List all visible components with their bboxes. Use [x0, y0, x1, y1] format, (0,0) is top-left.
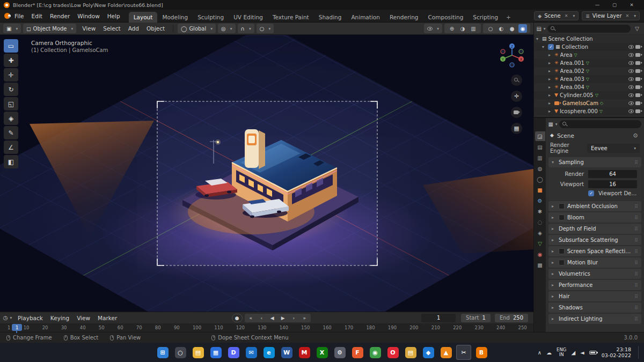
transport-button[interactable]: «: [246, 314, 256, 322]
menu-item[interactable]: File: [11, 12, 28, 20]
object-visibility-select[interactable]: [424, 24, 442, 33]
timeline-menu-item[interactable]: View: [73, 314, 94, 322]
shading-rendered-button[interactable]: ◉: [518, 24, 527, 33]
taskbar-app-icon[interactable]: ✂: [456, 345, 471, 360]
network-icon[interactable]: ◢: [571, 350, 575, 356]
move-tool[interactable]: ✛: [4, 68, 18, 82]
properties-tab[interactable]: ◉: [535, 249, 545, 259]
battery-icon[interactable]: [589, 351, 597, 354]
menu-item[interactable]: Render: [46, 12, 74, 20]
remove-view-layer-icon[interactable]: ✕: [626, 13, 630, 18]
outliner-row-area-004[interactable]: ✳ Area.004 ▽: [534, 83, 644, 91]
shading-wireframe-button[interactable]: ○: [486, 24, 495, 33]
eye-icon[interactable]: [628, 77, 634, 81]
outliner-row-collection[interactable]: ▦ Collection: [534, 43, 644, 51]
transform-tool[interactable]: ◈: [4, 112, 18, 125]
tab-shading[interactable]: Shading: [314, 12, 347, 23]
mode-select[interactable]: ◻ Object Mode: [23, 24, 76, 33]
outliner-search-input[interactable]: [547, 25, 631, 33]
outliner-row-area-001[interactable]: ✳ Area.001 ▽: [534, 59, 644, 67]
performance-section-header[interactable]: Performance: [548, 280, 641, 290]
render-engine-select[interactable]: Eevee: [587, 144, 640, 153]
render-visibility-icon[interactable]: [635, 61, 640, 65]
render-visibility-icon[interactable]: [635, 45, 640, 49]
transport-button[interactable]: ◀: [267, 314, 277, 322]
show-desktop-button[interactable]: [638, 346, 640, 359]
drag-grip-icon[interactable]: [634, 316, 638, 322]
cursor-tool[interactable]: ✚: [4, 54, 18, 67]
scale-tool[interactable]: ◱: [4, 97, 18, 110]
view-layer-selector[interactable]: ≣ View Layer ✕: [582, 11, 640, 20]
taskbar-app-icon[interactable]: ▦: [208, 345, 223, 360]
properties-tab[interactable]: ◲: [535, 131, 545, 141]
outliner-row-area-003[interactable]: ✳ Area.003 ▽: [534, 75, 644, 83]
timeline-ruler[interactable]: 1102030405060708090100110120130140150160…: [0, 323, 533, 332]
indirect-lighting-section-header[interactable]: Indirect Lighting: [548, 314, 641, 324]
render-samples-field[interactable]: 64: [588, 170, 637, 178]
tab-modeling[interactable]: Modeling: [157, 12, 193, 23]
render-visibility-icon[interactable]: [635, 101, 640, 105]
taskbar-app-icon[interactable]: ◉: [368, 345, 383, 360]
depth-of-field-section-header[interactable]: Depth of Field: [548, 224, 641, 234]
expand-icon[interactable]: [548, 77, 553, 82]
render-visibility-icon[interactable]: [635, 85, 640, 89]
viewport-menu-item[interactable]: Select: [99, 24, 124, 33]
perspective-toggle-icon[interactable]: ▦: [511, 123, 522, 134]
tab-compositing[interactable]: Compositing: [423, 12, 469, 23]
eye-icon[interactable]: [628, 101, 634, 105]
expand-icon[interactable]: [542, 45, 546, 49]
outliner-row-icosphere-000[interactable]: ▼ Icosphere.000 ▽: [534, 107, 644, 115]
taskbar-app-icon[interactable]: ▤: [191, 345, 206, 360]
outliner-display-mode-select[interactable]: ▤: [537, 24, 545, 33]
expand-icon[interactable]: [548, 53, 553, 57]
eye-icon[interactable]: [628, 69, 634, 73]
expand-icon[interactable]: [548, 85, 553, 90]
eye-icon[interactable]: [628, 109, 634, 113]
viewport-menu-item[interactable]: Object: [143, 24, 169, 33]
outliner-row-icosphere-002[interactable]: ▼ Icosphere.002 ▽: [534, 115, 644, 117]
tab-animation[interactable]: Animation: [346, 12, 385, 23]
pan-hand-icon[interactable]: ✛: [511, 91, 522, 102]
measure-tool[interactable]: ∠: [4, 141, 18, 154]
properties-tab[interactable]: ◍: [535, 164, 545, 173]
rotate-tool[interactable]: ↻: [4, 83, 18, 96]
zoom-icon[interactable]: [511, 75, 522, 86]
properties-tab[interactable]: ◌: [535, 217, 545, 227]
drag-grip-icon[interactable]: [634, 215, 638, 220]
drag-grip-icon[interactable]: [634, 260, 638, 265]
viewport-denoising-checkbox[interactable]: [588, 190, 594, 196]
drag-grip-icon[interactable]: [634, 159, 638, 165]
outliner-row-cylinder-005[interactable]: ▼ Cylinder.005 ▽: [534, 91, 644, 99]
taskbar-app-icon[interactable]: B: [474, 345, 489, 360]
viewport-menu-item[interactable]: View: [78, 24, 99, 33]
filter-icon[interactable]: ▽: [633, 24, 641, 33]
transport-button[interactable]: ▶: [278, 314, 288, 322]
properties-tab[interactable]: ◈: [535, 228, 545, 238]
shadows-section-header[interactable]: Shadows: [548, 302, 641, 313]
expand-icon[interactable]: [548, 93, 553, 98]
start-frame-field[interactable]: Start 1: [461, 314, 491, 322]
expand-icon[interactable]: [536, 36, 540, 41]
add-workspace-button[interactable]: +: [503, 12, 514, 23]
properties-search-input[interactable]: [559, 120, 641, 128]
blender-menu-icon[interactable]: [4, 13, 10, 19]
render-visibility-icon[interactable]: [635, 93, 640, 97]
tab-scripting[interactable]: Scripting: [468, 12, 503, 23]
gizmo-toggle[interactable]: ⊕: [448, 24, 456, 33]
outliner-row-area[interactable]: ✳ Area ▽: [534, 51, 644, 59]
render-visibility-icon[interactable]: [635, 53, 640, 57]
taskbar-app-icon[interactable]: D: [226, 345, 241, 360]
end-frame-field[interactable]: End 250: [495, 314, 528, 322]
tab-sculpting[interactable]: Sculpting: [193, 12, 229, 23]
timeline-menu-item[interactable]: Keying: [47, 314, 73, 322]
add-cube-tool[interactable]: ◧: [4, 155, 18, 168]
properties-tab[interactable]: ▥: [535, 153, 545, 162]
eye-icon[interactable]: [628, 45, 634, 49]
screen-space-reflections-checkbox[interactable]: [559, 248, 565, 254]
properties-tab[interactable]: ⚙: [535, 196, 545, 205]
shading-solid-button[interactable]: ◐: [497, 24, 506, 33]
pivot-point-select[interactable]: ◎: [218, 24, 236, 33]
expand-icon[interactable]: [548, 101, 553, 106]
drag-grip-icon[interactable]: [634, 305, 638, 311]
overlays-toggle[interactable]: ◑: [458, 24, 467, 33]
